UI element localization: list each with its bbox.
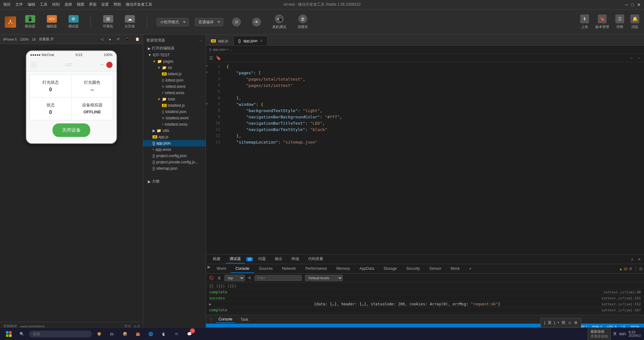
iottest-js[interactable]: JS iottest.js <box>143 71 206 77</box>
app-js[interactable]: JS app.js <box>143 134 206 140</box>
ime-settings[interactable]: ⚙ <box>574 320 578 325</box>
tab-codequality[interactable]: 代码质量 <box>304 255 327 264</box>
cloud-button[interactable]: ☁ 云开发 <box>122 14 137 30</box>
phone-nav-dots[interactable]: ••• <box>100 63 104 67</box>
minimize-button[interactable]: ─ <box>625 2 628 7</box>
fold-2[interactable]: ▼ <box>206 71 211 74</box>
ime-lang[interactable]: 英 <box>548 320 552 326</box>
user-avatar[interactable]: 人 <box>5 16 16 28</box>
menu-bar[interactable]: 项目 文件 编辑 工具 转到 选择 视图 界面 设置 帮助 微信开发者工具 <box>3 2 152 7</box>
devtool-sources[interactable]: Sources <box>254 265 277 273</box>
iottest-wxss[interactable]: ≡ iottest.wxss <box>143 90 206 96</box>
device-tool-mobile[interactable]: 📱 <box>125 37 130 41</box>
upload-button[interactable]: ⬆ 上传 <box>580 14 589 29</box>
console-filter-input[interactable] <box>255 275 302 281</box>
mode-selector[interactable]: 小程序模式 ▼ <box>157 18 189 26</box>
tab-close-button[interactable]: ✕ <box>260 39 263 42</box>
debugger-button[interactable]: ⚙ 调试器 <box>66 14 81 30</box>
bookmark-icon[interactable]: 🔖 <box>216 55 221 60</box>
app-wxss[interactable]: ≡ app.wxss <box>143 146 206 153</box>
log-level-selector[interactable]: Default levels <box>305 275 343 281</box>
pages-folder[interactable]: ▼ 📁 pages <box>143 58 206 65</box>
device-tool-back[interactable]: ◁ <box>101 37 103 41</box>
eye-icon[interactable]: 👁 <box>248 276 252 280</box>
menu-edit[interactable]: 编辑 <box>28 2 35 7</box>
iottest-json[interactable]: {} iottest.json <box>143 77 206 83</box>
compile-selector[interactable]: 普通编译 ▼ <box>195 18 223 26</box>
totaltest-js[interactable]: JS totaltest.js <box>143 102 206 109</box>
devtool-mock[interactable]: Mock <box>446 265 464 273</box>
menu-help[interactable]: 帮助 <box>114 2 121 7</box>
taskbar-app-wechat[interactable]: 💬 ! <box>184 328 195 340</box>
menu-file[interactable]: 文件 <box>15 2 23 7</box>
devtool-storage[interactable]: Storage <box>379 265 402 273</box>
tab-app-js[interactable]: JS app.js <box>206 36 233 45</box>
phone-home-icon[interactable]: ⌂ <box>30 61 37 69</box>
app-json[interactable]: {} app.json <box>143 140 206 146</box>
taskbar-app-edge[interactable]: 🌐 <box>145 328 156 340</box>
more-icon[interactable]: ⋮ <box>634 267 638 271</box>
refresh-button[interactable]: ↺ <box>230 16 243 28</box>
devtool-performance[interactable]: Performance <box>301 265 332 273</box>
open-editors-section[interactable]: ▶ 打开的编辑器 <box>143 45 206 52</box>
settings-icon[interactable]: ⚙ <box>629 267 632 271</box>
taskbar-app-files[interactable]: 🗁 <box>106 328 118 340</box>
menu-wechat-devtools[interactable]: 微信开发者工具 <box>126 2 152 7</box>
window-controls[interactable]: ─ □ ✕ <box>625 2 641 7</box>
console-pause-icon[interactable]: ⏸ <box>217 275 221 280</box>
bottom-tab-task[interactable]: Task <box>238 316 251 323</box>
tab-build[interactable]: 检建 <box>209 255 224 264</box>
console-link-4[interactable]: iottest.js?[sm]:167 <box>601 308 641 312</box>
menu-tools[interactable]: 工具 <box>40 2 47 7</box>
nav-back-icon[interactable]: ← <box>630 55 634 60</box>
iot-folder[interactable]: ▼ 📁 iot <box>143 65 206 71</box>
file-tree-menu[interactable]: ··· <box>199 38 203 43</box>
devtool-memory[interactable]: Memory <box>332 265 355 273</box>
close-device-button[interactable]: 关闭设备 <box>53 123 90 137</box>
tab-app-json[interactable]: {} app.json ✕ <box>233 36 268 45</box>
version-button[interactable]: 🔖 版本管理 <box>595 14 609 29</box>
tab-problems[interactable]: 问题 <box>254 255 269 264</box>
console-link-3[interactable]: iottest.js?[sm]:152 <box>601 302 641 306</box>
nav-forward-icon[interactable]: → <box>636 55 641 60</box>
close-button[interactable]: ✕ <box>637 2 641 7</box>
taskbar-app-fox[interactable]: 🦊 <box>132 328 143 340</box>
clear-console-button[interactable]: 🚫 <box>209 276 214 280</box>
devtool-network[interactable]: Network <box>277 265 301 273</box>
project-root[interactable]: ▼ IOT-TEST <box>143 52 206 58</box>
taskbar-app-penguin[interactable]: 🐧 <box>158 328 169 340</box>
menu-settings[interactable]: 设置 <box>101 2 109 7</box>
devtool-sensor[interactable]: Sensor <box>425 265 446 273</box>
menu-goto[interactable]: 转到 <box>52 2 60 7</box>
compile-select-input[interactable]: 普通编译 <box>195 18 223 26</box>
devtool-security[interactable]: Security <box>402 265 425 273</box>
panel-minimize[interactable]: ∧ <box>631 257 634 262</box>
menu-view[interactable]: 视图 <box>77 2 84 7</box>
simulator-button[interactable]: 📱 模拟器 <box>22 14 38 30</box>
totaltest-json[interactable]: {} totaltest.json <box>143 109 206 115</box>
log-level-select[interactable]: Default levels <box>305 275 343 281</box>
devtool-appdata[interactable]: AppData <box>355 265 379 273</box>
taskbar-app-store[interactable]: 📦 <box>119 328 130 340</box>
project-config-json[interactable]: {} project.config.json <box>143 153 206 159</box>
fold-1[interactable]: ▼ <box>206 64 211 68</box>
taskbar-search-input[interactable] <box>29 331 92 337</box>
devtool-console[interactable]: Console <box>231 265 254 273</box>
detail-button[interactable]: ☰ 详情 <box>615 14 624 29</box>
project-private-config[interactable]: {} project.private.config.js... <box>143 159 206 165</box>
context-selector[interactable]: top <box>225 275 245 281</box>
taskbar-lang[interactable]: 英 <box>613 332 617 336</box>
tab-debugger[interactable]: 调试器 <box>226 255 245 264</box>
detach-icon[interactable]: ⊟ <box>639 267 642 271</box>
taskbar-app-explorer[interactable]: 🦁 <box>93 328 105 340</box>
menu-select[interactable]: 选择 <box>64 2 72 7</box>
clearstore-button[interactable]: 🗑 清缓存 <box>295 13 310 31</box>
menu-project[interactable]: 项目 <box>3 2 11 7</box>
console-link-2[interactable]: iottest.js?[sm]:151 <box>601 296 641 300</box>
preview-button[interactable]: 👁 <box>250 16 264 28</box>
start-button[interactable] <box>3 328 14 340</box>
notification-popup[interactable]: 最新游戏 查看新游戏 <box>588 327 611 340</box>
console-link-1[interactable]: iottest.js?[sm]:90 <box>603 290 641 294</box>
context-select-input[interactable]: top <box>225 275 245 281</box>
fold-7[interactable]: ▼ <box>206 102 211 105</box>
